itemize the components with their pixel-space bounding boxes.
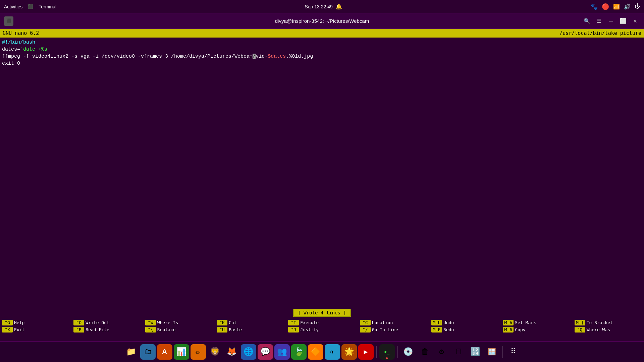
shortcut-undo[interactable]: M-U Undo [429, 319, 501, 326]
trash-icon[interactable]: 🗑 [417, 344, 433, 360]
key-ctrl-c: ^C [360, 320, 371, 325]
line-2: dates=`date +%s` [2, 46, 642, 53]
leaf-icon[interactable]: 🍃 [291, 344, 307, 360]
bell-icon: 🔔 [335, 3, 342, 10]
activities-button[interactable]: Activities [4, 4, 22, 9]
shortcut-goto-line[interactable]: ^/ Go To Line [358, 326, 429, 333]
menu-button[interactable]: ☰ [594, 16, 604, 26]
label-to-bracket: To Bracket [587, 320, 613, 325]
key-m-6: M-6 [503, 327, 514, 333]
key-m-e: M-E [431, 327, 442, 333]
windows-icon[interactable]: 🪟 [484, 344, 500, 360]
youtube-icon[interactable]: ▶ [358, 344, 374, 360]
spreadsheet-icon[interactable]: 📊 [174, 344, 189, 360]
system-bar-right: 🐾 🔴 📶 🔊 ⏻ [590, 3, 640, 10]
apps-grid-icon[interactable]: ⠿ [505, 344, 521, 360]
shortcut-replace[interactable]: ^\ Replace [143, 326, 215, 333]
label-location: Location [372, 320, 393, 325]
key-ctrl-g: ^G [2, 320, 13, 325]
brave-icon[interactable]: 🦁 [207, 344, 223, 360]
close-button[interactable]: ✕ [631, 16, 640, 26]
line-1: #!/bin/bash [2, 39, 642, 46]
key-m-u: M-U [431, 320, 442, 325]
key-m-a: M-A [503, 320, 514, 325]
teams-icon[interactable]: 👥 [274, 344, 290, 360]
label-paste: Paste [229, 327, 242, 332]
label-write-out: Write Out [86, 320, 109, 325]
label-copy: Copy [515, 327, 525, 332]
power-icon: ⏻ [635, 3, 640, 10]
system-bar-center: Sep 13 22:49 🔔 [305, 3, 342, 10]
nano-topbar: GNU nano 6.2 /usr/local/bin/take_picture [0, 29, 644, 38]
label-undo: Undo [443, 320, 454, 325]
shortcut-where-is[interactable]: ^W Where Is [143, 319, 215, 326]
shortcut-write-out[interactable]: ^O Write Out [71, 319, 143, 326]
key-ctrl-o: ^O [73, 320, 84, 325]
shortcut-paste[interactable]: ^U Paste [215, 326, 286, 333]
label-justify: Justify [300, 327, 319, 332]
filemanager-icon[interactable]: 🗂 [140, 344, 156, 360]
key-ctrl-w: ^W [145, 320, 156, 325]
shortcut-help[interactable]: ^G Help [0, 319, 71, 326]
key-ctrl-slash: ^/ [360, 327, 371, 333]
shortcut-redo[interactable]: M-E Redo [429, 326, 501, 333]
separator-1 [376, 346, 377, 358]
web-browser-icon[interactable]: 🌐 [241, 344, 256, 360]
chat-icon[interactable]: 💬 [258, 344, 273, 360]
vlc-icon[interactable]: 🔶 [308, 344, 323, 360]
record-icon: 🔴 [602, 3, 609, 10]
telegram-icon[interactable]: ✈ [325, 344, 340, 360]
terminal-icon[interactable]: >_ [379, 344, 395, 360]
key-ctrl-t: ^T [288, 320, 299, 325]
tab-icon: ⬛ [4, 16, 13, 26]
status-bar: [ Wrote 4 lines ] [0, 308, 644, 318]
label-execute: Execute [300, 320, 319, 325]
shortcut-set-mark[interactable]: M-A Set Mark [501, 319, 572, 326]
nano-version: GNU nano 6.2 [3, 30, 39, 36]
firefox-icon[interactable]: 🦊 [224, 344, 239, 360]
terminal-taskbar-icon[interactable]: ⬛ [28, 4, 33, 9]
key-ctrl-q: ^Q [575, 327, 585, 333]
terminal-titlebar: ⬛ divya@Inspiron-3542: ~/Pictures/Webcam… [0, 13, 644, 29]
maximize-button[interactable]: ⬜ [619, 16, 628, 26]
shortcut-copy[interactable]: M-6 Copy [501, 326, 572, 333]
shortcut-execute[interactable]: ^T Execute [286, 319, 358, 326]
label-cut: Cut [229, 320, 236, 325]
files-icon[interactable]: 📁 [123, 344, 139, 360]
editor-icon[interactable]: ✏️ [191, 344, 206, 360]
key-ctrl-u: ^U [217, 327, 227, 333]
calc-icon[interactable]: 🔢 [468, 344, 483, 360]
terminal-label[interactable]: Terminal [39, 4, 56, 9]
settings-icon[interactable]: ⚙ [434, 344, 449, 360]
shortcut-cut[interactable]: ^K Cut [215, 319, 286, 326]
editor-content[interactable]: #!/bin/bash dates=`date +%s` ffmpeg -f v… [0, 38, 644, 308]
search-button[interactable]: 🔍 [582, 16, 592, 26]
line-3: ffmpeg -f video4linux2 -s vga -i /dev/vi… [2, 53, 642, 60]
taskbar: 📁 🗂 A 📊 ✏️ 🦁 🦊 🌐 💬 👥 🍃 🔶 ✈ 🌟 ▶ >_ 💿 🗑 ⚙ … [0, 341, 644, 362]
shortcut-read-file[interactable]: ^R Read File [71, 326, 143, 333]
system-bar: Activities ⬛ Terminal Sep 13 22:49 🔔 🐾 🔴… [0, 0, 644, 13]
key-ctrl-x: ^X [2, 327, 13, 333]
label-where-was: Where Was [587, 327, 610, 332]
nano-filepath: /usr/local/bin/take_picture [559, 30, 641, 36]
datetime-display: Sep 13 22:49 [305, 4, 332, 9]
label-where-is: Where Is [157, 320, 178, 325]
terminal-active-dot [386, 357, 388, 359]
shortcut-exit[interactable]: ^X Exit [0, 326, 71, 333]
shortcut-justify[interactable]: ^J Justify [286, 326, 358, 333]
titlebar-controls: 🔍 ☰ ─ ⬜ ✕ [582, 16, 640, 26]
key-ctrl-backslash: ^\ [145, 327, 156, 333]
shortcut-location[interactable]: ^C Location [358, 319, 429, 326]
window-title: divya@Inspiron-3542: ~/Pictures/Webcam [275, 18, 369, 24]
display-icon[interactable]: 🖥 [451, 344, 466, 360]
label-help: Help [14, 320, 24, 325]
key-m-bracket: M-] [575, 320, 585, 325]
appstore-icon[interactable]: A [157, 344, 172, 360]
disk-icon[interactable]: 💿 [400, 344, 416, 360]
terminal-window: ⬛ divya@Inspiron-3542: ~/Pictures/Webcam… [0, 13, 644, 335]
shortcut-where-was[interactable]: ^Q Where Was [573, 326, 644, 333]
hud-icon[interactable]: 🌟 [341, 344, 357, 360]
shortcut-to-bracket[interactable]: M-] To Bracket [573, 319, 644, 326]
minimize-button[interactable]: ─ [606, 16, 616, 26]
separator-2 [397, 346, 398, 358]
